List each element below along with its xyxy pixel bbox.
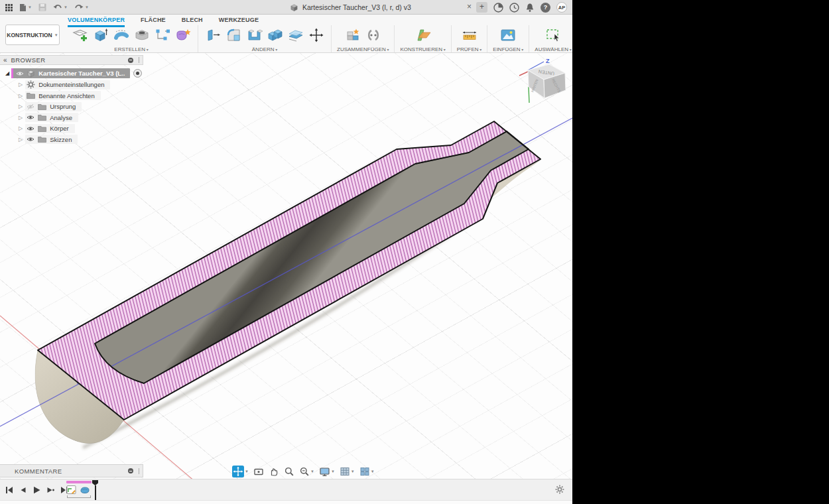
hole-button[interactable]: [132, 26, 151, 44]
selection-highlight-bar: [11, 68, 13, 78]
timeline-play-button[interactable]: [32, 486, 40, 494]
offset-face-button[interactable]: [286, 26, 305, 44]
construction-plane-button[interactable]: [413, 26, 432, 44]
fusion-window: ▼ ▼ ▼ Kartesischer Taucher_V3 (l, r, d) …: [0, 0, 572, 504]
browser-root-item[interactable]: ◢ Kartesischer Taucher_V3 (L..: [0, 68, 143, 78]
visibility-eye-icon[interactable]: [27, 125, 34, 132]
browser-panel: « BROWSER ◢ Kartesischer Taucher_V3 (L..…: [0, 55, 143, 144]
expand-closed-icon[interactable]: ▷: [19, 125, 23, 131]
grid-snaps-button[interactable]: ▼: [340, 466, 355, 477]
fit-button[interactable]: ▼: [299, 466, 314, 477]
timeline-step-forward-button[interactable]: [46, 486, 54, 494]
undo-button[interactable]: ▼: [53, 4, 68, 11]
extensions-icon[interactable]: [493, 3, 503, 13]
browser-item-ursprung[interactable]: ▷ Ursprung: [0, 102, 143, 111]
browser-item-koerper[interactable]: ▷ Körper: [0, 124, 143, 133]
browser-item-analyse[interactable]: ▷ Analyse: [0, 113, 143, 122]
browser-item-dokumenteinstellungen[interactable]: ▷ Dokumenteinstellungen: [0, 80, 143, 90]
notifications-bell-icon[interactable]: [525, 3, 535, 13]
group-zusammenfuegen: ZUSAMMENFÜGEN: [331, 25, 394, 52]
document-title: Kartesischer Taucher_V3 (l, r, d) v3: [302, 3, 411, 11]
browser-panel-header[interactable]: « BROWSER: [0, 55, 143, 65]
combine-button[interactable]: [265, 26, 285, 44]
user-avatar[interactable]: AP: [556, 2, 567, 13]
viewport-3d[interactable]: Z UNTEN HINTEN RECHTS « BROWSER ◢: [0, 53, 572, 479]
timeline-features: [66, 481, 92, 498]
move-button[interactable]: [306, 26, 326, 44]
navigation-bar: ▼ ▼ ▼ ▼: [232, 465, 375, 478]
revolve-button[interactable]: [111, 26, 131, 44]
press-pull-button[interactable]: [204, 26, 223, 44]
timeline-settings-gear-icon[interactable]: [555, 485, 564, 494]
fillet-button[interactable]: [224, 26, 243, 44]
shell-button[interactable]: [245, 26, 264, 44]
browser-item-skizzen[interactable]: ▷ Skizzen: [0, 135, 143, 144]
timeline-revolve-feature[interactable]: [79, 484, 90, 495]
create-sketch-button[interactable]: [70, 26, 90, 44]
expand-closed-icon[interactable]: ▷: [19, 82, 23, 88]
expand-open-icon[interactable]: ◢: [5, 70, 9, 76]
group-auswaehlen: AUSWÄHLEN: [529, 25, 572, 52]
create-form-button[interactable]: [173, 26, 192, 44]
expand-closed-icon[interactable]: ▷: [19, 93, 23, 99]
folder-icon: [38, 125, 46, 132]
file-menu-button[interactable]: ▼: [19, 3, 32, 12]
joint-button[interactable]: [363, 26, 383, 44]
look-at-button[interactable]: [253, 466, 264, 477]
root-item-label: Kartesischer Taucher_V3 (L..: [38, 70, 125, 77]
extrude-button[interactable]: [91, 26, 110, 44]
panel-divider: [139, 468, 139, 474]
select-button[interactable]: [544, 26, 563, 44]
measure-button[interactable]: [460, 26, 479, 44]
workspace-selector-button[interactable]: KONSTRUKTION▼: [5, 25, 60, 45]
group-einfuegen: EINFÜGEN: [487, 25, 529, 52]
timeline-group-bracket: [67, 495, 91, 498]
visibility-eye-icon[interactable]: [16, 70, 24, 77]
sketch-dimension-button[interactable]: [153, 26, 172, 44]
job-status-clock-icon[interactable]: [509, 3, 519, 13]
visibility-eye-icon[interactable]: [27, 114, 34, 121]
browser-item-benannte-ansichten[interactable]: ▷ Benannte Ansichten: [0, 91, 143, 100]
timeline-skip-start-button[interactable]: [5, 486, 13, 494]
folder-icon: [38, 136, 46, 143]
visibility-off-eye-icon[interactable]: [27, 103, 34, 110]
panel-options-icon[interactable]: [128, 58, 133, 63]
expand-closed-icon[interactable]: ▷: [19, 115, 23, 121]
folder-icon: [38, 114, 46, 121]
expand-closed-icon[interactable]: ▷: [19, 103, 23, 109]
timeline-step-back-button[interactable]: [19, 486, 27, 494]
zoom-button[interactable]: [284, 466, 294, 477]
help-icon[interactable]: ?: [541, 3, 550, 13]
timeline-sketch-feature[interactable]: [66, 484, 77, 495]
tab-close-button[interactable]: ×: [464, 2, 474, 12]
expand-closed-icon[interactable]: ▷: [19, 137, 23, 143]
collapse-panel-icon[interactable]: «: [3, 57, 7, 64]
folder-icon: [38, 103, 46, 110]
pan-hand-button[interactable]: [269, 466, 279, 477]
red-axis-indicator: [519, 72, 528, 76]
document-tab[interactable]: Kartesischer Taucher_V3 (l, r, d) v3: [290, 0, 411, 15]
timeline-playhead[interactable]: [92, 480, 98, 500]
active-component-radio[interactable]: [133, 69, 142, 78]
viewports-button[interactable]: ▼: [359, 466, 375, 477]
titlebar: ▼ ▼ ▼ Kartesischer Taucher_V3 (l, r, d) …: [0, 0, 572, 15]
group-pruefen: PRÜFEN: [451, 25, 487, 52]
save-button[interactable]: [38, 3, 46, 11]
app-grid-icon[interactable]: [5, 4, 13, 11]
viewcube[interactable]: Z UNTEN HINTEN RECHTS: [515, 56, 572, 109]
status-strip: [0, 500, 572, 504]
panel-options-icon[interactable]: [128, 468, 133, 473]
component-cube-icon: [27, 70, 35, 78]
group-konstruieren: KONSTRUIEREN: [394, 25, 450, 52]
visibility-eye-icon[interactable]: [27, 136, 34, 143]
settings-gear-icon: [27, 80, 35, 89]
redo-button[interactable]: ▼: [74, 4, 89, 11]
comments-panel-header[interactable]: KOMMENTARE: [0, 464, 143, 477]
new-component-button[interactable]: [343, 26, 362, 44]
comments-title: KOMMENTARE: [15, 468, 124, 475]
new-tab-button[interactable]: +: [476, 2, 487, 13]
orbit-button[interactable]: ▼: [232, 466, 249, 477]
insert-image-button[interactable]: [499, 26, 518, 44]
model-inner-cavity[interactable]: [95, 131, 529, 383]
display-settings-button[interactable]: ▼: [319, 466, 335, 477]
